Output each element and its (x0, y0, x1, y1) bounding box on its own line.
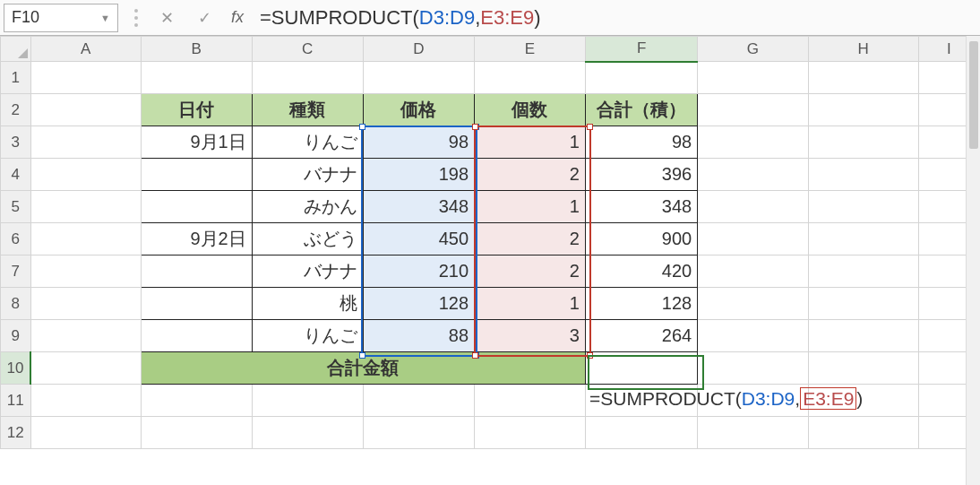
row-header-2[interactable]: 2 (1, 94, 31, 126)
cell[interactable] (475, 417, 586, 449)
row-header-1[interactable]: 1 (1, 62, 31, 94)
cell[interactable] (585, 62, 697, 94)
cell[interactable] (808, 126, 918, 159)
header-total[interactable]: 合計（積） (585, 94, 697, 126)
name-box[interactable]: F10 ▼ (4, 4, 118, 32)
cell-e6[interactable]: 2 (475, 223, 586, 255)
cell[interactable] (141, 417, 252, 449)
cell-f4[interactable]: 396 (585, 159, 697, 191)
cell[interactable] (30, 288, 141, 320)
cell-b6[interactable]: 9月2日 (141, 223, 252, 255)
cell[interactable] (808, 417, 918, 449)
vertical-scrollbar[interactable] (966, 36, 980, 485)
cell[interactable] (363, 417, 474, 449)
cell-f9[interactable]: 264 (585, 320, 697, 352)
spreadsheet-grid[interactable]: A B C D E F G H I 1 2 日付 種類 価格 個数 合計（積） … (0, 36, 980, 449)
cell[interactable] (30, 159, 141, 191)
cell[interactable] (698, 255, 808, 288)
cell-f10-active[interactable] (585, 352, 697, 385)
cell[interactable] (808, 352, 918, 385)
cell[interactable] (585, 385, 697, 417)
cell[interactable] (698, 94, 808, 126)
cell[interactable] (808, 94, 918, 126)
row-header-12[interactable]: 12 (1, 417, 31, 449)
cell[interactable] (30, 320, 141, 352)
cell[interactable] (698, 385, 808, 417)
cell[interactable] (30, 417, 141, 449)
cell-e7[interactable]: 2 (475, 255, 586, 288)
cell-c3[interactable]: りんご (252, 126, 363, 159)
resize-grip-icon[interactable] (134, 4, 140, 32)
cell-c6[interactable]: ぶどう (252, 223, 363, 255)
cell-b8[interactable] (141, 288, 252, 320)
cell[interactable] (252, 417, 363, 449)
cell-d8[interactable]: 128 (363, 288, 474, 320)
cell[interactable] (698, 62, 808, 94)
cell[interactable] (808, 223, 918, 255)
cell[interactable] (30, 94, 141, 126)
total-label[interactable]: 合計金額 (141, 352, 585, 385)
cell-c5[interactable]: みかん (252, 191, 363, 223)
col-f[interactable]: F (585, 37, 697, 62)
col-b[interactable]: B (141, 37, 252, 62)
cancel-button[interactable]: ✕ (156, 8, 177, 28)
cell[interactable] (252, 62, 363, 94)
cell-e9[interactable]: 3 (475, 320, 586, 352)
cell-d3[interactable]: 98 (363, 126, 474, 159)
cell-d7[interactable]: 210 (363, 255, 474, 288)
col-d[interactable]: D (363, 37, 474, 62)
cell-e8[interactable]: 1 (475, 288, 586, 320)
col-a[interactable]: A (30, 37, 141, 62)
cell[interactable] (475, 385, 586, 417)
row-header-5[interactable]: 5 (1, 191, 31, 223)
cell-b5[interactable] (141, 191, 252, 223)
cell-e5[interactable]: 1 (475, 191, 586, 223)
cell[interactable] (141, 385, 252, 417)
fx-icon[interactable]: fx (231, 8, 244, 27)
cell[interactable] (698, 352, 808, 385)
header-date[interactable]: 日付 (141, 94, 252, 126)
cell[interactable] (30, 223, 141, 255)
cell-c4[interactable]: バナナ (252, 159, 363, 191)
col-e[interactable]: E (475, 37, 586, 62)
header-price[interactable]: 価格 (363, 94, 474, 126)
cell[interactable] (698, 126, 808, 159)
cell[interactable] (808, 62, 918, 94)
cell[interactable] (808, 159, 918, 191)
cell[interactable] (698, 417, 808, 449)
cell[interactable] (30, 62, 141, 94)
cell-d5[interactable]: 348 (363, 191, 474, 223)
cell[interactable] (698, 320, 808, 352)
row-header-7[interactable]: 7 (1, 255, 31, 288)
cell[interactable] (30, 126, 141, 159)
cell[interactable] (141, 62, 252, 94)
cell[interactable] (30, 255, 141, 288)
header-qty[interactable]: 個数 (475, 94, 586, 126)
formula-input[interactable]: =SUMPRODUCT(D3:D9,E3:E9) (260, 4, 976, 32)
cell[interactable] (475, 62, 586, 94)
row-header-8[interactable]: 8 (1, 288, 31, 320)
row-header-4[interactable]: 4 (1, 159, 31, 191)
cell[interactable] (808, 191, 918, 223)
row-header-6[interactable]: 6 (1, 223, 31, 255)
scrollbar-thumb[interactable] (969, 41, 978, 149)
col-c[interactable]: C (252, 37, 363, 62)
row-header-3[interactable]: 3 (1, 126, 31, 159)
col-g[interactable]: G (698, 37, 808, 62)
cell-d6[interactable]: 450 (363, 223, 474, 255)
cell-f8[interactable]: 128 (585, 288, 697, 320)
header-kind[interactable]: 種類 (252, 94, 363, 126)
cell[interactable] (363, 62, 474, 94)
cell[interactable] (30, 385, 141, 417)
cell-c8[interactable]: 桃 (252, 288, 363, 320)
cell-f3[interactable]: 98 (585, 126, 697, 159)
cell-b9[interactable] (141, 320, 252, 352)
cell-f6[interactable]: 900 (585, 223, 697, 255)
cell[interactable] (252, 385, 363, 417)
cell-c7[interactable]: バナナ (252, 255, 363, 288)
cell-f5[interactable]: 348 (585, 191, 697, 223)
name-box-dropdown-icon[interactable]: ▼ (100, 13, 110, 23)
cell[interactable] (698, 159, 808, 191)
cell-b7[interactable] (141, 255, 252, 288)
cell-f7[interactable]: 420 (585, 255, 697, 288)
